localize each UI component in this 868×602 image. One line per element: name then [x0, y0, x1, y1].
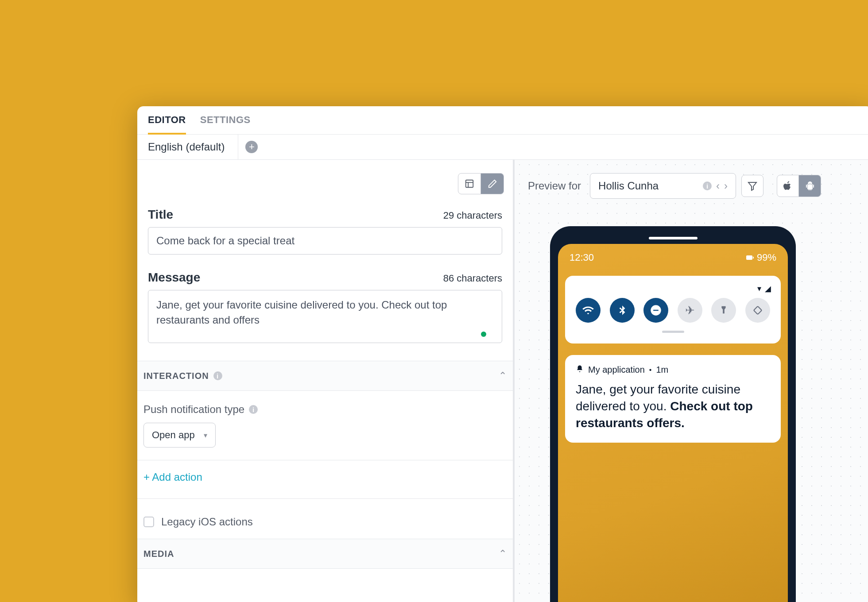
- status-dot-icon: [481, 332, 486, 337]
- layout-icon: [465, 179, 474, 189]
- layout-mode-button[interactable]: [458, 173, 481, 194]
- info-icon[interactable]: i: [213, 371, 222, 380]
- chevron-right-icon[interactable]: ›: [724, 180, 728, 192]
- editor-pane: Title 29 characters Message 86 character…: [137, 160, 515, 602]
- svg-rect-5: [753, 257, 754, 259]
- title-label: Title: [148, 208, 173, 222]
- phone-notch: [649, 237, 698, 239]
- panel-handle-icon: [662, 331, 684, 333]
- chevron-left-icon[interactable]: ‹: [716, 180, 720, 192]
- title-char-count: 29 characters: [443, 210, 502, 221]
- qs-bluetooth-icon: [610, 298, 635, 323]
- add-language-button[interactable]: +: [245, 141, 258, 153]
- message-field: Message 86 characters: [142, 270, 508, 361]
- svg-rect-4: [746, 255, 752, 260]
- title-input[interactable]: [148, 227, 502, 255]
- language-chip[interactable]: English (default): [137, 135, 238, 159]
- interaction-section-header[interactable]: INTERACTION i ⌃: [137, 361, 513, 391]
- push-type-value: Open app: [152, 429, 195, 441]
- phone-time: 12:30: [570, 252, 594, 263]
- message-char-count: 86 characters: [443, 273, 502, 284]
- notification-age: 1m: [656, 365, 668, 375]
- separator-dot: •: [649, 366, 652, 374]
- media-heading: MEDIA: [143, 549, 174, 559]
- top-tabs: EDITOR SETTINGS: [137, 106, 868, 135]
- message-label: Message: [148, 270, 200, 285]
- chevron-up-icon: ⌃: [499, 370, 507, 382]
- mode-toggle: [142, 173, 508, 194]
- signal-status-icon: ◢: [765, 284, 771, 293]
- svg-rect-7: [653, 310, 659, 311]
- edit-mode-button[interactable]: [481, 173, 504, 194]
- filter-icon: [747, 181, 758, 191]
- chevron-up-icon: ⌃: [499, 548, 507, 560]
- tab-settings[interactable]: SETTINGS: [200, 114, 251, 134]
- qs-dnd-icon: [643, 298, 668, 323]
- qs-flashlight-icon: [711, 298, 736, 323]
- pencil-icon: [488, 179, 497, 189]
- add-action-link[interactable]: + Add action: [137, 460, 513, 489]
- preview-user-name: Hollis Cunha: [598, 180, 659, 192]
- phone-screen: 12:30 99% ▾ ◢: [558, 244, 788, 602]
- info-icon[interactable]: i: [249, 405, 258, 414]
- notification-body: Jane, get your favorite cuisine delivere…: [576, 381, 770, 431]
- notification-app-name: My application: [588, 365, 645, 375]
- title-field: Title 29 characters: [142, 208, 508, 270]
- info-icon[interactable]: i: [703, 181, 712, 190]
- phone-status-bar: 12:30 99%: [558, 244, 788, 271]
- quick-settings-panel: ▾ ◢ ✈: [565, 276, 781, 343]
- bell-icon: [576, 365, 584, 375]
- svg-marker-3: [748, 182, 756, 190]
- legacy-ios-label: Legacy iOS actions: [161, 516, 253, 528]
- app-window: EDITOR SETTINGS English (default) +: [137, 106, 868, 602]
- push-type-label: Push notification type: [143, 403, 244, 416]
- legacy-ios-row: Legacy iOS actions: [137, 498, 513, 539]
- message-input[interactable]: [148, 290, 502, 343]
- device-preview: 12:30 99% ▾ ◢: [550, 226, 796, 602]
- qs-rotate-icon: [745, 298, 770, 323]
- preview-pane: Preview for Hollis Cunha i ‹ ›: [515, 160, 868, 602]
- battery-icon: [746, 255, 754, 261]
- filter-button[interactable]: [741, 175, 763, 197]
- preview-user-select[interactable]: Hollis Cunha i ‹ ›: [590, 173, 736, 199]
- platform-ios-button[interactable]: [777, 175, 799, 197]
- chevron-down-icon: ▾: [204, 431, 207, 440]
- interaction-heading: INTERACTION: [143, 371, 209, 381]
- platform-android-button[interactable]: [799, 175, 821, 197]
- notification-card: My application • 1m Jane, get your favor…: [565, 355, 781, 443]
- svg-rect-8: [754, 306, 762, 314]
- wifi-status-icon: ▾: [757, 284, 761, 293]
- interaction-section-body: Push notification type i Open app ▾: [137, 391, 513, 460]
- language-row: English (default) +: [137, 135, 868, 160]
- legacy-ios-checkbox[interactable]: [143, 517, 154, 527]
- apple-icon: [783, 181, 793, 191]
- android-icon: [805, 181, 815, 191]
- preview-for-label: Preview for: [528, 180, 581, 192]
- media-section-header[interactable]: MEDIA ⌃: [137, 539, 513, 569]
- tab-editor[interactable]: EDITOR: [148, 114, 186, 135]
- phone-battery: 99%: [757, 252, 776, 263]
- qs-airplane-icon: ✈: [678, 298, 702, 323]
- push-type-select[interactable]: Open app ▾: [143, 423, 216, 448]
- qs-wifi-icon: [576, 298, 601, 323]
- preview-toolbar: Preview for Hollis Cunha i ‹ ›: [528, 173, 864, 199]
- svg-rect-0: [466, 180, 473, 188]
